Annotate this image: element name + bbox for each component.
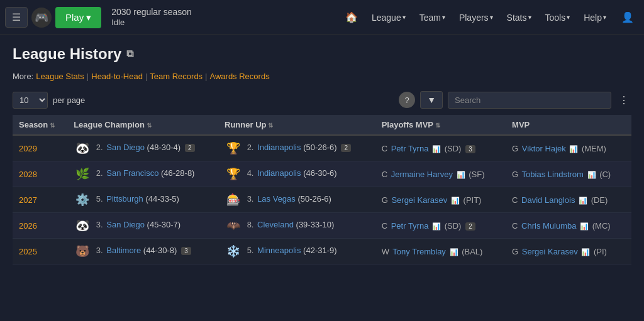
champ-seed: 3. xyxy=(96,246,103,255)
th-playoffs-mvp[interactable]: Playoffs MVP⇅ xyxy=(375,115,506,135)
runnerup-record: (46-30-6) xyxy=(303,168,336,178)
runnerup-logo: ❄️ xyxy=(225,242,242,260)
cell-mvp: C David Langlois 📊 (DE) xyxy=(506,187,631,213)
season-link[interactable]: 2028 xyxy=(19,170,37,179)
th-mvp[interactable]: MVP xyxy=(506,115,631,135)
more-link-head-to-head[interactable]: Head-to-Head xyxy=(91,72,143,81)
champ-badge: 2 xyxy=(185,144,195,152)
champ-logo: ⚙️ xyxy=(74,191,91,209)
table-header-row: Season⇅ League Champion⇅ Runner Up⇅ Play… xyxy=(13,115,631,135)
runnerup-seed: 2. xyxy=(247,143,254,152)
play-button[interactable]: Play xyxy=(55,7,101,28)
pmvp-name[interactable]: Petr Tyrna xyxy=(391,221,429,231)
nav-help[interactable]: Help xyxy=(577,9,613,26)
more-link-league-stats[interactable]: League Stats xyxy=(36,72,84,81)
filter-button[interactable]: ▼ xyxy=(420,91,443,109)
cell-playoffs-mvp: G Sergei Karasev 📊 (PIT) xyxy=(375,187,506,213)
external-link-icon[interactable]: ⧉ xyxy=(126,48,133,60)
champ-name[interactable]: Baltimore xyxy=(106,246,141,255)
th-champion[interactable]: League Champion⇅ xyxy=(67,115,218,135)
pmvp-stats-icon[interactable]: 📊 xyxy=(451,197,460,204)
cell-champion: 🌿 2. San Francisco (46-28-8) xyxy=(67,161,218,187)
champ-record: (45-30-7) xyxy=(147,220,180,229)
pmvp-pos: W xyxy=(382,247,389,256)
pmvp-name[interactable]: Petr Tyrna xyxy=(391,144,429,153)
runnerup-name[interactable]: Indianapolis xyxy=(257,143,301,152)
mvp-name[interactable]: Viktor Hajek xyxy=(522,144,566,153)
runnerup-record: (39-33-10) xyxy=(296,220,335,229)
mvp-name[interactable]: Sergei Karasev xyxy=(522,247,578,256)
cell-playoffs-mvp: C Petr Tyrna 📊 (SD) 3 xyxy=(375,135,506,161)
cell-season: 2027 xyxy=(13,187,67,213)
more-label: More: xyxy=(13,72,33,81)
sep2: | xyxy=(145,72,147,81)
per-page-select[interactable]: 10 25 50 100 xyxy=(13,92,48,109)
th-runner-up[interactable]: Runner Up⇅ xyxy=(218,115,375,135)
mvp-stats-icon[interactable]: 📊 xyxy=(581,248,590,256)
pmvp-stats-icon[interactable]: 📊 xyxy=(432,145,441,153)
season-link[interactable]: 2029 xyxy=(19,144,37,153)
cell-mvp: G Tobias Lindstrom 📊 (C) xyxy=(506,161,631,187)
mvp-stats-icon[interactable]: 📊 xyxy=(587,171,596,178)
pmvp-stats-icon[interactable]: 📊 xyxy=(457,171,465,178)
mvp-pos: C xyxy=(512,221,518,231)
cell-playoffs-mvp: W Tony Tremblay 📊 (BAL) xyxy=(375,239,506,264)
cell-champion: 🐼 2. San Diego (48-30-4) 2 xyxy=(67,135,218,161)
champ-name[interactable]: Pittsburgh xyxy=(106,194,143,204)
hamburger-button[interactable]: ☰ xyxy=(5,7,28,28)
mvp-pos: C xyxy=(512,195,518,205)
cell-runner-up: 🏆 2. Indianapolis (50-26-6) 2 xyxy=(218,135,375,161)
more-options-button[interactable]: ⋮ xyxy=(616,92,631,109)
mvp-name[interactable]: David Langlois xyxy=(521,195,575,205)
champ-name[interactable]: San Francisco xyxy=(106,168,158,178)
nav-stats[interactable]: Stats xyxy=(501,9,538,26)
table-row: 2029 🐼 2. San Diego (48-30-4) 2 🏆 2. Ind… xyxy=(13,135,631,161)
help-button[interactable]: ? xyxy=(399,92,415,108)
runnerup-name[interactable]: Minneapolis xyxy=(257,246,301,255)
sep1: | xyxy=(87,72,89,81)
mvp-stats-icon[interactable]: 📊 xyxy=(580,222,589,230)
pmvp-name[interactable]: Jermaine Harvey xyxy=(391,170,453,179)
season-link[interactable]: 2027 xyxy=(19,195,37,205)
cell-season: 2029 xyxy=(13,135,67,161)
more-link-awards-records[interactable]: Awards Records xyxy=(210,72,270,81)
nav-players[interactable]: Players xyxy=(453,9,499,26)
nav-tools[interactable]: Tools xyxy=(539,9,577,26)
nav-league[interactable]: League xyxy=(365,9,412,26)
home-button[interactable]: 🏠 xyxy=(339,8,364,27)
season-line1: 2030 regular season xyxy=(111,6,192,18)
champ-seed: 2. xyxy=(96,168,103,178)
mvp-team: (PI) xyxy=(594,247,607,256)
season-link[interactable]: 2025 xyxy=(19,247,37,256)
runnerup-name[interactable]: Las Vegas xyxy=(257,194,296,204)
mvp-name[interactable]: Chris Mulumba xyxy=(521,221,576,231)
mvp-stats-icon[interactable]: 📊 xyxy=(569,145,578,153)
cell-runner-up: 🏆 4. Indianapolis (46-30-6) xyxy=(218,161,375,187)
season-link[interactable]: 2026 xyxy=(19,221,37,231)
pmvp-stats-icon[interactable]: 📊 xyxy=(450,248,458,256)
nav-team[interactable]: Team xyxy=(413,9,452,26)
pmvp-name[interactable]: Sergei Karasev xyxy=(391,195,447,205)
cell-champion: 🐻 3. Baltimore (44-30-8) 3 xyxy=(67,239,218,264)
search-input[interactable] xyxy=(448,92,611,109)
mvp-name[interactable]: Tobias Lindstrom xyxy=(522,170,584,179)
runnerup-name[interactable]: Indianapolis xyxy=(257,168,301,178)
table-row: 2025 🐻 3. Baltimore (44-30-8) 3 ❄️ 5. Mi… xyxy=(13,239,631,264)
pmvp-name[interactable]: Tony Tremblay xyxy=(392,247,446,256)
th-season[interactable]: Season⇅ xyxy=(13,115,67,135)
champ-name[interactable]: San Diego xyxy=(106,143,145,152)
cell-playoffs-mvp: C Jermaine Harvey 📊 (SF) xyxy=(375,161,506,187)
champ-seed: 2. xyxy=(96,143,103,152)
pmvp-pos: C xyxy=(382,144,387,153)
user-icon[interactable]: 👤 xyxy=(616,8,639,27)
runnerup-name[interactable]: Cleveland xyxy=(257,220,294,229)
pmvp-stats-icon[interactable]: 📊 xyxy=(432,222,441,230)
table-row: 2028 🌿 2. San Francisco (46-28-8) 🏆 4. I… xyxy=(13,161,631,187)
champ-name[interactable]: San Diego xyxy=(106,220,145,229)
runnerup-logo: 🏆 xyxy=(225,165,242,183)
champ-logo: 🐻 xyxy=(74,242,91,260)
mvp-pos: G xyxy=(512,247,518,256)
app-icon: 🎮 xyxy=(31,8,52,28)
mvp-stats-icon[interactable]: 📊 xyxy=(579,197,587,204)
more-link-team-records[interactable]: Team Records xyxy=(150,72,203,81)
